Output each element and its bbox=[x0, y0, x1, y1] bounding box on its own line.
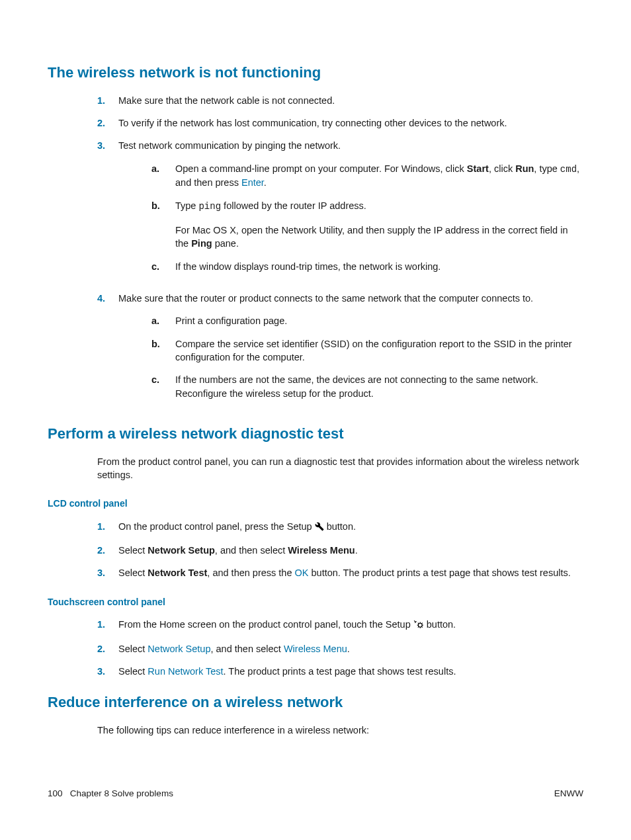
list-item: 3. Select Network Test, and then press t… bbox=[97, 566, 583, 579]
code-cmd: cmd bbox=[560, 164, 577, 175]
setup-touch-icon bbox=[413, 619, 424, 632]
list-item: 1. From the Home screen on the product c… bbox=[97, 618, 583, 632]
text: , click bbox=[489, 163, 515, 174]
text: Type bbox=[175, 200, 198, 211]
text: Select bbox=[118, 644, 147, 654]
step-body: On the product control panel, press the … bbox=[118, 520, 583, 534]
document-page: The wireless network is not functioning … bbox=[0, 0, 631, 840]
step-body: Select Network Test, and then press the … bbox=[118, 566, 583, 579]
text: pane. bbox=[212, 238, 239, 249]
text: , and then select bbox=[215, 545, 288, 556]
text: , and then press the bbox=[207, 567, 294, 578]
step-body: Select Network Setup, and then select Wi… bbox=[118, 642, 583, 655]
list-item: b. Type ping followed by the router IP a… bbox=[151, 199, 583, 251]
text: . The product prints a test page that sh… bbox=[224, 666, 456, 677]
substep-body: Open a command-line prompt on your compu… bbox=[175, 162, 583, 190]
step-number: 3. bbox=[97, 566, 118, 579]
substep-letter: b. bbox=[151, 199, 175, 251]
code-ping: ping bbox=[198, 201, 221, 212]
page-number: 100 bbox=[48, 788, 63, 798]
step-number: 1. bbox=[97, 520, 118, 534]
step-body: Select Run Network Test. The product pri… bbox=[118, 665, 583, 678]
step-number: 4. bbox=[97, 292, 118, 409]
list-item: 1. On the product control panel, press t… bbox=[97, 520, 583, 534]
step-number: 3. bbox=[97, 139, 118, 282]
substep-body: If the window displays round-trip times,… bbox=[175, 260, 583, 273]
heading-diagnostic-test: Perform a wireless network diagnostic te… bbox=[48, 424, 583, 444]
page-footer: 100 Chapter 8 Solve problems ENWW bbox=[48, 788, 583, 800]
svg-point-0 bbox=[418, 624, 422, 628]
key-enter: Enter bbox=[241, 177, 264, 188]
text: followed by the router IP address. bbox=[221, 200, 366, 211]
list-item: 1. Make sure that the network cable is n… bbox=[97, 94, 583, 107]
footer-left: 100 Chapter 8 Solve problems bbox=[48, 788, 173, 800]
chapter-label: Chapter 8 Solve problems bbox=[70, 788, 173, 798]
list-item: 2. To verify if the network has lost com… bbox=[97, 116, 583, 130]
list-item: c. If the numbers are not the same, the … bbox=[151, 373, 583, 400]
text: button. The product prints a test page t… bbox=[308, 567, 570, 578]
steps-touchscreen: 1. From the Home screen on the product c… bbox=[48, 618, 583, 678]
substep-body: Compare the service set identifier (SSID… bbox=[175, 337, 583, 364]
step-number: 3. bbox=[97, 665, 118, 678]
text: Select bbox=[118, 666, 147, 677]
text: . bbox=[264, 177, 267, 188]
step-body: From the Home screen on the product cont… bbox=[118, 618, 583, 632]
bold-wireless-menu: Wireless Menu bbox=[288, 545, 355, 556]
steps-lcd: 1. On the product control panel, press t… bbox=[48, 520, 583, 580]
heading-reduce-interference: Reduce interference on a wireless networ… bbox=[48, 693, 583, 713]
step-body: Test network communication by pinging th… bbox=[118, 139, 583, 282]
text: Select bbox=[118, 545, 147, 556]
subheading-touchscreen-panel: Touchscreen control panel bbox=[48, 596, 583, 609]
steps-wireless-not-functioning: 1. Make sure that the network cable is n… bbox=[48, 94, 583, 409]
text: Select bbox=[118, 567, 147, 578]
text: . bbox=[355, 545, 358, 556]
substep-letter: c. bbox=[151, 260, 175, 273]
key-ok: OK bbox=[295, 567, 309, 578]
step-number: 2. bbox=[97, 116, 118, 130]
bold-start: Start bbox=[467, 163, 489, 174]
diagnostic-intro: From the product control panel, you can … bbox=[97, 455, 583, 482]
list-item: 2. Select Network Setup, and then select… bbox=[97, 544, 583, 557]
substep-body: Print a configuration page. bbox=[175, 314, 583, 327]
heading-wireless-not-functioning: The wireless network is not functioning bbox=[48, 63, 583, 83]
bold-ping-pane: Ping bbox=[191, 238, 212, 249]
step-body: Make sure that the router or product con… bbox=[118, 292, 583, 409]
text: . bbox=[347, 644, 350, 654]
list-item: a. Open a command-line prompt on your co… bbox=[151, 162, 583, 190]
list-item: 2. Select Network Setup, and then select… bbox=[97, 642, 583, 655]
bold-network-setup: Network Setup bbox=[147, 545, 215, 556]
subheading-lcd-panel: LCD control panel bbox=[48, 497, 583, 511]
substeps: a. Print a configuration page. b. Compar… bbox=[118, 314, 583, 399]
text: From the Home screen on the product cont… bbox=[118, 619, 413, 630]
substep-letter: a. bbox=[151, 314, 175, 327]
step-body: Select Network Setup, and then select Wi… bbox=[118, 544, 583, 557]
text: On the product control panel, press the … bbox=[118, 521, 315, 532]
menu-run-network-test: Run Network Test bbox=[147, 666, 223, 677]
menu-wireless-menu: Wireless Menu bbox=[284, 644, 347, 654]
step-body: Make sure that the network cable is not … bbox=[118, 94, 583, 107]
text: Open a command-line prompt on your compu… bbox=[175, 163, 467, 174]
text: button. bbox=[324, 521, 356, 532]
step-body: To verify if the network has lost commun… bbox=[118, 116, 583, 130]
step-number: 1. bbox=[97, 618, 118, 632]
list-item: a. Print a configuration page. bbox=[151, 314, 583, 327]
interference-intro: The following tips can reduce interferen… bbox=[97, 724, 583, 737]
substep-letter: a. bbox=[151, 162, 175, 190]
text: , type bbox=[534, 163, 560, 174]
step-text: Test network communication by pinging th… bbox=[118, 140, 341, 151]
list-item: 3. Select Run Network Test. The product … bbox=[97, 665, 583, 678]
substep-letter: c. bbox=[151, 373, 175, 400]
step-text: Make sure that the router or product con… bbox=[118, 293, 533, 304]
text: , and then select bbox=[210, 644, 283, 654]
substep-body: Type ping followed by the router IP addr… bbox=[175, 199, 583, 251]
list-item: 4. Make sure that the router or product … bbox=[97, 292, 583, 409]
list-item: 3. Test network communication by pinging… bbox=[97, 139, 583, 282]
substeps: a. Open a command-line prompt on your co… bbox=[118, 162, 583, 273]
substep-letter: b. bbox=[151, 337, 175, 364]
text: button. bbox=[424, 619, 456, 630]
menu-network-setup: Network Setup bbox=[147, 644, 210, 654]
step-number: 1. bbox=[97, 94, 118, 107]
step-number: 2. bbox=[97, 642, 118, 655]
list-item: b. Compare the service set identifier (S… bbox=[151, 337, 583, 364]
bold-run: Run bbox=[515, 163, 534, 174]
